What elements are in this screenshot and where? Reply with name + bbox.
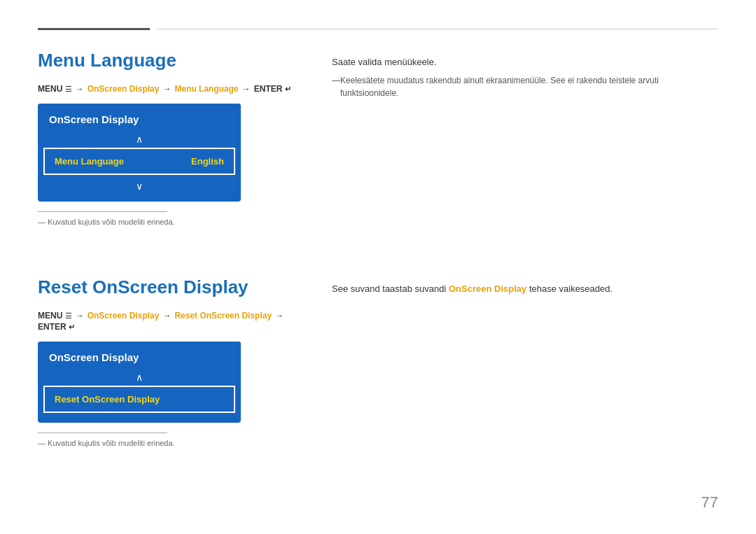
breadcrumb-enter: ENTER ↵ bbox=[254, 84, 291, 94]
section2-breadcrumb-arrow3: → bbox=[275, 311, 284, 321]
section2-desc-highlight: OnScreen Display bbox=[449, 283, 526, 294]
breadcrumb-menu: MENU ☰ bbox=[38, 84, 72, 94]
section2-desc: See suvand taastab suvandi OnScreen Disp… bbox=[332, 282, 718, 297]
section2-breadcrumb: MENU ☰ → OnScreen Display → Reset OnScre… bbox=[38, 311, 304, 332]
section2-breadcrumb-menu: MENU ☰ bbox=[38, 311, 72, 321]
breadcrumb-link2: Menu Language bbox=[174, 84, 238, 94]
section2-breadcrumb-enter: ENTER ↵ bbox=[38, 322, 75, 332]
section2-title: Reset OnScreen Display bbox=[38, 276, 304, 298]
page-container: Menu Language MENU ☰ → OnScreen Display … bbox=[0, 0, 756, 534]
page-number: 77 bbox=[701, 493, 718, 512]
section1-divider bbox=[38, 211, 167, 212]
section2-menu-icon: ☰ bbox=[65, 311, 72, 320]
osd-box-1-row: Menu Language English bbox=[43, 148, 235, 175]
section1-right: Saate valida menüükeele. Keelesätete muu… bbox=[332, 50, 718, 226]
section2-right: See suvand taastab suvandi OnScreen Disp… bbox=[332, 276, 718, 447]
section1-note: — Kuvatud kujutis võib mudeliti erineda. bbox=[38, 218, 304, 226]
osd-box-1-chevron-down: ∨ bbox=[38, 175, 241, 202]
section2-breadcrumb-arrow1: → bbox=[76, 311, 84, 321]
osd-box-1-header: OnScreen Display bbox=[38, 104, 241, 131]
menu-icon: ☰ bbox=[65, 85, 72, 93]
breadcrumb-arrow2: → bbox=[162, 84, 171, 94]
osd-box-2-row: Reset OnScreen Display bbox=[43, 386, 235, 413]
osd-box-1: OnScreen Display ∧ Menu Language English… bbox=[38, 104, 241, 202]
breadcrumb-arrow3: → bbox=[242, 84, 251, 94]
section2-enter-icon: ↵ bbox=[69, 323, 75, 332]
section1-desc1: Saate valida menüükeele. bbox=[332, 55, 718, 70]
breadcrumb-link1: OnScreen Display bbox=[88, 84, 160, 94]
section1-title: Menu Language bbox=[38, 50, 304, 71]
osd-box-2-chevron-up: ∧ bbox=[38, 369, 241, 386]
section2-desc-suffix: tehase vaikeseaded. bbox=[529, 283, 612, 294]
section-menu-language: Menu Language MENU ☰ → OnScreen Display … bbox=[38, 50, 718, 226]
sections-gap bbox=[38, 254, 718, 276]
section-reset-osd: Reset OnScreen Display MENU ☰ → OnScreen… bbox=[38, 276, 718, 447]
section2-breadcrumb-link1: OnScreen Display bbox=[88, 311, 160, 321]
divider-thin bbox=[157, 29, 718, 29]
osd-row-2-label: Reset OnScreen Display bbox=[55, 394, 160, 405]
section2-divider bbox=[38, 433, 167, 433]
section2-left: Reset OnScreen Display MENU ☰ → OnScreen… bbox=[38, 276, 304, 447]
section2-breadcrumb-arrow2: → bbox=[162, 311, 171, 321]
section2-note: — Kuvatud kujutis võib mudeliti erineda. bbox=[38, 439, 304, 447]
enter-icon: ↵ bbox=[285, 85, 291, 94]
section2-desc-prefix: See suvand taastab suvandi bbox=[332, 283, 446, 294]
top-divider bbox=[38, 28, 718, 30]
osd-row-1-label: Menu Language bbox=[55, 156, 124, 167]
section1-desc2: Keelesätete muudatus rakendub ainult ekr… bbox=[332, 74, 718, 99]
section2-breadcrumb-link2: Reset OnScreen Display bbox=[174, 311, 272, 321]
breadcrumb-arrow1: → bbox=[76, 84, 84, 94]
osd-row-1-value: English bbox=[191, 156, 224, 167]
section1-left: Menu Language MENU ☰ → OnScreen Display … bbox=[38, 50, 304, 226]
section1-breadcrumb: MENU ☰ → OnScreen Display → Menu Languag… bbox=[38, 84, 304, 94]
osd-box-1-chevron-up: ∧ bbox=[38, 131, 241, 148]
osd-box-2: OnScreen Display ∧ Reset OnScreen Displa… bbox=[38, 342, 241, 423]
divider-thick bbox=[38, 28, 150, 30]
osd-box-2-header: OnScreen Display bbox=[38, 342, 241, 369]
